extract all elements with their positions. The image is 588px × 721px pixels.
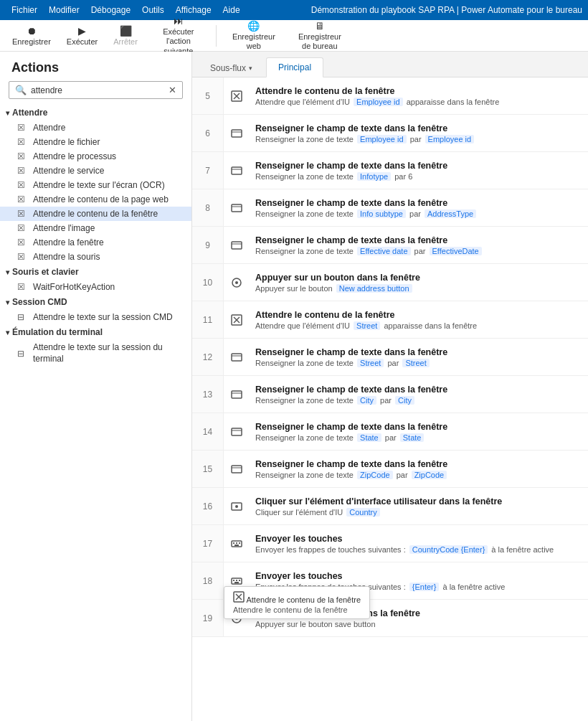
action-description: Renseigner la zone de texte Effective da…: [255, 247, 582, 255]
action-tag: Employee id: [357, 135, 407, 143]
register-button[interactable]: ⏺ Enregistrer: [6, 23, 57, 48]
sidebar-list: ▾ Attendre ☒ Attendre ☒ Attendre le fich…: [0, 105, 191, 721]
action-row[interactable]: 17Envoyer les touchesEnvoyer les frappes…: [192, 525, 588, 562]
svg-rect-34: [239, 580, 240, 581]
sidebar-item-attendre-texte-ecran-label: Attendre le texte sur l'écran (OCR): [33, 180, 165, 190]
category-souris-label: Souris et clavier: [12, 267, 79, 277]
action-row[interactable]: 16Cliquer sur l'élément d'interface util…: [192, 488, 588, 525]
action-description: Renseigner la zone de texte Street par S…: [255, 359, 582, 367]
category-attendre-label: Attendre: [12, 108, 47, 118]
content-area: Sous-flux ▾ Principal 5Attendre le conte…: [192, 52, 588, 721]
svg-rect-32: [233, 580, 234, 581]
action-description: Appuyer sur le bouton New address button: [255, 284, 582, 293]
action-row[interactable]: 13Renseigner le champ de texte dans la f…: [192, 376, 588, 413]
tooltip-subtitle: Attendre le contenu de la fenêtre: [233, 605, 361, 614]
cmd-icon: ⊟: [17, 312, 29, 322]
action-row[interactable]: 7Renseigner le champ de texte dans la fe…: [192, 152, 588, 189]
run-button[interactable]: ▶ Exécuter: [60, 23, 104, 48]
clear-icon[interactable]: ✕: [169, 85, 176, 95]
action-row[interactable]: 11Attendre le contenu de la fenêtreAtten…: [192, 301, 588, 339]
action-title: Renseigner le champ de texte dans la fen…: [255, 123, 582, 133]
action-tag: Country: [346, 508, 380, 517]
action-number: 8: [192, 189, 224, 226]
sidebar-item-attendre-image-label: Attendre l'image: [33, 223, 95, 233]
run-icon: ▶: [78, 25, 86, 37]
tab-principal[interactable]: Principal: [266, 57, 323, 77]
action-row[interactable]: 12Renseigner le champ de texte dans la f…: [192, 339, 588, 376]
action-row[interactable]: 14Renseigner le champ de texte dans la f…: [192, 413, 588, 451]
svg-rect-5: [232, 167, 242, 174]
sidebar-item-attendre-souris-label: Attendre la souris: [33, 252, 100, 262]
action-row[interactable]: 6Renseigner le champ de texte dans la fe…: [192, 115, 588, 152]
action-row[interactable]: 9Renseigner le champ de texte dans la fe…: [192, 227, 588, 264]
sidebar-item-attendre-service[interactable]: ☒ Attendre le service: [0, 164, 191, 178]
action-tag: Info subtype: [357, 209, 406, 218]
sidebar-item-attendre-souris[interactable]: ☒ Attendre la souris: [0, 250, 191, 264]
sidebar-item-attendre-processus[interactable]: ☒ Attendre le processus: [0, 149, 191, 164]
action-row[interactable]: 10Appuyer sur un bouton dans la fenêtreA…: [192, 264, 588, 301]
action-number: 9: [192, 227, 224, 263]
chevron-down-icon-terminal: ▾: [6, 329, 9, 336]
action-content: Appuyer sur un bouton dans la fenêtreApp…: [250, 264, 588, 301]
category-attendre[interactable]: ▾ Attendre: [0, 105, 191, 121]
search-input[interactable]: [31, 85, 169, 95]
wait-icon: [224, 301, 250, 338]
wait-page-icon: ☒: [17, 194, 29, 204]
svg-rect-27: [233, 542, 234, 544]
action-tag2: State: [400, 433, 425, 442]
sidebar-item-attendre-texte-terminal-label: Attendre le texte sur la session du term…: [33, 342, 186, 364]
chevron-down-icon-tab: ▾: [249, 65, 252, 72]
sidebar-item-attendre-texte-ecran[interactable]: ☒ Attendre le texte sur l'écran (OCR): [0, 178, 191, 192]
menu-aide[interactable]: Aide: [217, 2, 246, 18]
chevron-down-icon: ▾: [6, 109, 9, 117]
sidebar-item-attendre-contenu-fenetre[interactable]: ☒ Attendre le contenu de la fenêtre: [0, 207, 191, 221]
sidebar-item-waitforhotkey[interactable]: ☒ WaitForHotKeyAction: [0, 280, 191, 294]
sidebar-item-attendre-fichier[interactable]: ☒ Attendre le fichier: [0, 135, 191, 149]
sidebar-item-attendre-service-label: Attendre le service: [33, 166, 104, 176]
category-session-cmd[interactable]: ▾ Session CMD: [0, 294, 191, 310]
run-label: Exécuter: [67, 37, 98, 46]
action-row[interactable]: 5Attendre le contenu de la fenêtreAttend…: [192, 77, 588, 115]
category-terminal[interactable]: ▾ Émulation du terminal: [0, 324, 191, 340]
action-number: 16: [192, 488, 224, 524]
menu-debogage[interactable]: Débogage: [85, 2, 136, 18]
action-tag2: ZipCode: [412, 471, 447, 479]
stop-button[interactable]: ⬛ Arrêter: [107, 23, 144, 48]
action-row[interactable]: 15Renseigner le champ de texte dans la f…: [192, 451, 588, 488]
action-tag2: AddressType: [425, 209, 476, 218]
action-content: Attendre le contenu de la fenêtreAttendr…: [250, 301, 588, 338]
action-content: Renseigner le champ de texte dans la fen…: [250, 152, 588, 189]
tab-sous-flux[interactable]: Sous-flux ▾: [198, 58, 265, 77]
action-description: Renseigner la zone de texte Infotype par…: [255, 172, 582, 181]
sidebar-item-attendre-contenu-page[interactable]: ☒ Attendre le contenu de la page web: [0, 192, 191, 207]
action-tag: {Enter}: [409, 583, 440, 591]
action-row[interactable]: 19Appuyer sur un bouton dans la fenêtreA…: [192, 600, 588, 637]
desktop-recorder-button[interactable]: 🖥 Enregistreur de bureau: [288, 18, 351, 53]
tooltip-title: Attendre le contenu de la fenêtre: [246, 595, 361, 604]
svg-rect-29: [239, 542, 240, 544]
menu-modifier[interactable]: Modifier: [43, 2, 85, 18]
sidebar-item-attendre-label: Attendre: [33, 123, 65, 133]
action-tag2: Street: [402, 359, 429, 367]
register-icon: ⏺: [27, 25, 37, 37]
web-recorder-button[interactable]: 🌐 Enregistreur web: [222, 18, 285, 53]
category-souris[interactable]: ▾ Souris et clavier: [0, 264, 191, 280]
toolbar-separator: [216, 25, 217, 47]
sidebar-item-attendre-texte-cmd-label: Attendre le texte sur la session CMD: [33, 312, 173, 322]
sidebar-item-attendre-image[interactable]: ☒ Attendre l'image: [0, 221, 191, 235]
menu-fichier[interactable]: Fichier: [6, 2, 43, 18]
chevron-down-icon-cmd: ▾: [6, 298, 9, 306]
action-title: Attendre le contenu de la fenêtre: [255, 86, 582, 96]
register-label: Enregistrer: [12, 37, 51, 46]
sidebar-item-attendre-fenetre[interactable]: ☒ Attendre la fenêtre: [0, 235, 191, 250]
sidebar-item-attendre[interactable]: ☒ Attendre: [0, 121, 191, 135]
action-row[interactable]: 8Renseigner le champ de texte dans la fe…: [192, 189, 588, 227]
button-icon: [224, 264, 250, 301]
sidebar-item-attendre-texte-terminal[interactable]: ⊟ Attendre le texte sur la session du te…: [0, 340, 191, 367]
action-title: Renseigner le champ de texte dans la fen…: [255, 161, 582, 171]
action-tag: Infotype: [357, 172, 391, 181]
action-description: Renseigner la zone de texte Employee id …: [255, 135, 582, 143]
action-tag: Street: [357, 359, 384, 367]
keyboard-icon: [224, 525, 250, 562]
sidebar-item-attendre-texte-cmd[interactable]: ⊟ Attendre le texte sur la session CMD: [0, 310, 191, 324]
